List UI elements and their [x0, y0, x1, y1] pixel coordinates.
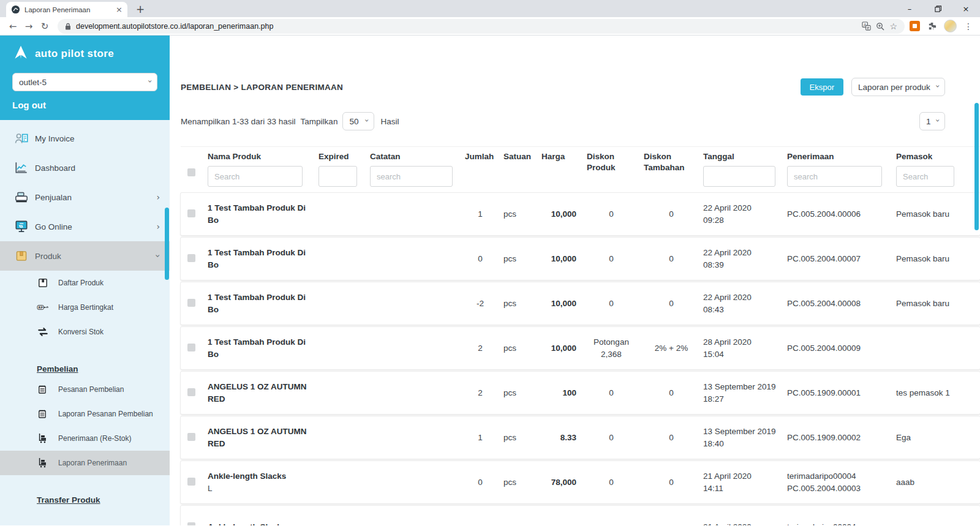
sidebar-section-pembelian[interactable]: Pembelian [0, 360, 170, 377]
table-row[interactable]: 1 Test Tambah Produk Di Bo 0 pcs 10,000 … [181, 238, 980, 280]
extensions-puzzle-icon[interactable] [927, 21, 937, 31]
row-checkbox[interactable] [187, 254, 195, 262]
sidebar-item-label: Produk [35, 252, 61, 261]
row-checkbox[interactable] [187, 433, 195, 441]
table-row[interactable]: Ankle-length SlacksL 0 pcs 78,000 0 0 21… [181, 461, 980, 503]
browser-tab[interactable]: Laporan Penerimaan × [6, 2, 127, 17]
outlet-select[interactable]: outlet-5 [12, 73, 157, 91]
page-scrollbar[interactable] [974, 103, 979, 230]
sidebar-item-penjualan[interactable]: Penjualan› [0, 182, 170, 212]
sidebar-item-produk[interactable]: Produk› [0, 241, 170, 271]
translate-icon[interactable]: A [862, 21, 871, 31]
table-row[interactable]: Ankle-length Slacks 21 April 2020 terima… [181, 506, 980, 525]
cell-diskon-tambahan: 0 [641, 298, 702, 310]
col-tanggal: Tanggal [703, 151, 786, 162]
extension-orange-icon[interactable] [910, 21, 920, 31]
window-restore-button[interactable] [924, 0, 952, 17]
row-checkbox[interactable] [187, 478, 195, 486]
new-tab-button[interactable]: + [136, 3, 145, 15]
cell-nama-produk: 1 Test Tambah Produk Di Bo [208, 336, 318, 361]
konversi-stok-icon [37, 326, 49, 338]
cell-harga: 10,000 [536, 344, 582, 353]
per-page-select[interactable]: 50 [342, 112, 374, 130]
address-bar[interactable]: development.autopilotstore.co.id/laporan… [58, 19, 905, 34]
row-checkbox[interactable] [187, 388, 195, 396]
logout-link[interactable]: Log out [12, 100, 157, 110]
search-tanggal-input[interactable] [703, 166, 775, 187]
window-minimize-button[interactable]: – [895, 0, 924, 17]
cell-penerimaan: terimadaripo00004 [786, 521, 895, 526]
cell-pemasok: Ega [895, 432, 980, 444]
cell-jumlah: 1 [465, 209, 496, 219]
cell-harga: 10,000 [536, 209, 582, 219]
table-row[interactable]: ANGELUS 1 OZ AUTUMN RED 2 pcs 100 0 0 13… [181, 372, 980, 414]
select-all-checkbox[interactable] [187, 168, 195, 176]
cell-harga: 10,000 [536, 299, 582, 308]
sidebar-item-harga-bertingkat[interactable]: RPHarga Bertingkat [0, 295, 170, 320]
zoom-icon[interactable] [876, 22, 884, 31]
back-icon[interactable]: ← [5, 21, 21, 32]
reload-icon[interactable]: ↻ [37, 21, 53, 32]
row-checkbox[interactable] [187, 344, 195, 351]
sidebar-menu: My InvoiceDashboardPenjualan›Go Online›P… [0, 120, 170, 508]
sidebar-item-dashboard[interactable]: Dashboard [0, 153, 170, 182]
tab-close-icon[interactable]: × [116, 6, 123, 13]
search-nama-produk-input[interactable] [208, 166, 303, 187]
cell-pemasok: tes pemasok 1 [895, 387, 980, 399]
export-button[interactable]: Ekspor [801, 78, 843, 96]
sidebar-item-penerimaan-re-stok[interactable]: Penerimaan (Re-Stok) [0, 426, 170, 451]
browser-menu-icon[interactable]: ⋮ [964, 21, 973, 31]
forward-icon[interactable]: → [21, 21, 37, 32]
table-row[interactable]: 1 Test Tambah Produk Di Bo -2 pcs 10,000… [181, 282, 980, 325]
chevron-down-icon: › [153, 254, 163, 258]
sidebar-section-transfer-produk[interactable]: Transfer Produk [0, 491, 170, 508]
col-harga: Harga [541, 151, 582, 162]
cell-harga: 10,000 [536, 254, 582, 263]
cell-nama-produk: Ankle-length SlacksL [208, 470, 318, 495]
table-row[interactable]: 1 Test Tambah Produk Di Bo 1 pcs 10,000 … [181, 193, 980, 235]
search-pemasok-input[interactable] [896, 166, 954, 187]
report-type-select[interactable]: Laporan per produk [851, 78, 945, 96]
bookmark-star-icon[interactable]: ☆ [889, 21, 897, 31]
laporan-pesanan-pembelian-icon [37, 408, 49, 420]
sidebar-item-my-invoice[interactable]: My Invoice [0, 124, 170, 153]
profile-avatar[interactable] [944, 20, 957, 32]
search-catatan-input[interactable] [370, 166, 453, 187]
cell-nama-produk: ANGELUS 1 OZ AUTUMN RED [208, 426, 318, 450]
receipt-report-table: Nama Produk Expired Catatan Jumlah Satua… [181, 146, 980, 525]
search-expired-input[interactable] [318, 166, 357, 187]
chevron-right-icon: › [156, 192, 160, 202]
window-close-button[interactable]: × [952, 0, 980, 17]
cell-pemasok: Pemasok baru [895, 298, 980, 310]
sidebar: auto pilot store outlet-5 › Log out My I… [0, 36, 170, 525]
sidebar-item-laporan-pesanan-pembelian[interactable]: Laporan Pesanan Pembelian [0, 402, 170, 426]
search-penerimaan-input[interactable] [787, 166, 882, 187]
sidebar-item-daftar-produk[interactable]: Daftar Produk [0, 271, 170, 295]
cell-penerimaan: PC.005.2004.00008 [786, 298, 895, 310]
hasil-label: Hasil [380, 117, 399, 126]
sidebar-scrollbar[interactable] [165, 208, 169, 280]
sidebar-item-laporan-penerimaan[interactable]: Laporan Penerimaan [0, 451, 170, 475]
cell-harga: 78,000 [536, 478, 582, 487]
cell-diskon-produk: 0 [582, 432, 641, 444]
row-checkbox[interactable] [187, 209, 195, 217]
page-select[interactable]: 1 [919, 112, 945, 130]
cell-tanggal: 13 September 2019 18:27 [702, 381, 786, 405]
cell-satuan: pcs [496, 478, 536, 487]
table-row[interactable]: 1 Test Tambah Produk Di Bo 2 pcs 10,000 … [181, 327, 980, 369]
cell-satuan: pcs [496, 344, 536, 353]
table-row[interactable]: ANGELUS 1 OZ AUTUMN RED 1 pcs 8.33 0 0 1… [181, 416, 980, 459]
row-checkbox[interactable] [187, 299, 195, 307]
sidebar-item-go-online[interactable]: Go Online› [0, 212, 170, 241]
col-pemasok: Pemasok [896, 151, 980, 162]
col-catatan: Catatan [370, 151, 465, 162]
penerimaan-restok-icon [37, 432, 49, 445]
cell-pemasok: Pemasok baru [895, 208, 980, 220]
sidebar-item-konversi-stok[interactable]: Konversi Stok [0, 320, 170, 344]
row-checkbox[interactable] [187, 522, 195, 526]
go-online-icon [13, 219, 29, 235]
sidebar-item-pesanan-pembelian[interactable]: Pesanan Pembelian [0, 377, 170, 402]
cell-penerimaan: PC.005.1909.00001 [786, 387, 895, 399]
main-content: PEMBELIAN > LAPORAN PENERIMAAN Ekspor La… [170, 36, 980, 525]
tampilkan-label: Tampilkan [301, 117, 338, 126]
